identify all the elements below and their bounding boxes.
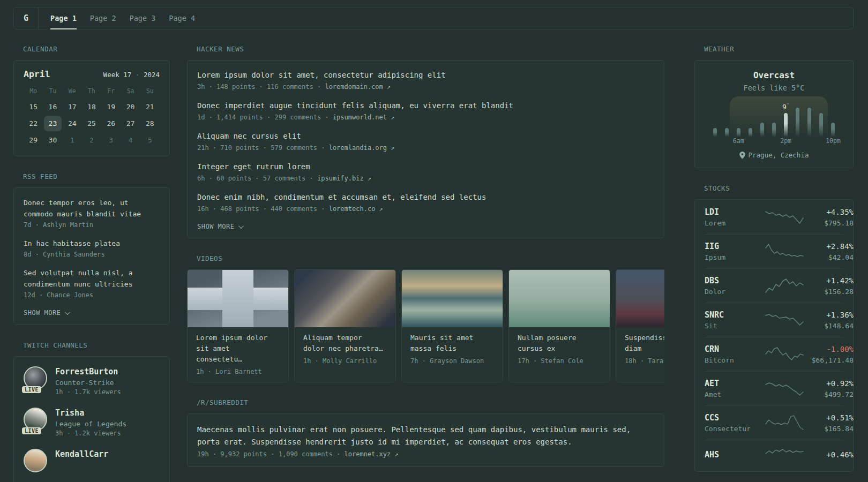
columns: CALENDAR April Week 17 · 2024 Mo Tu We T… — [13, 45, 854, 482]
twitch-channel-info: KendallCarr — [55, 449, 108, 472]
calendar-day: 18 — [83, 99, 100, 115]
hackernews-item-link[interactable]: Donec imperdiet augue tincidunt felis al… — [197, 100, 654, 111]
twitch-widget: TWITCH CHANNELS LIVE ForrestBurton Count… — [13, 341, 170, 482]
stock-row[interactable]: IIGIpsum +2.84%$42.04 — [705, 234, 843, 268]
calendar-day: 29 — [25, 132, 42, 148]
stock-values: +0.46% — [804, 449, 854, 462]
hackernews-item-link[interactable]: Integer eget rutrum lorem — [197, 161, 654, 172]
video-title: Lorem ipsum dolor sit amet consectetu… — [196, 333, 280, 365]
chevron-down-icon — [64, 310, 70, 315]
stock-ticker: CRN — [705, 344, 765, 355]
hackernews-show-more-button[interactable]: SHOW MORE — [197, 222, 242, 231]
video-meta: 1h · Molly Carrillo — [303, 357, 387, 365]
stock-price: $156.28 — [804, 288, 854, 296]
calendar-day-next-month: 3 — [102, 132, 119, 148]
weather-widget: WEATHER Overcast Feels like 5°C 9° 6am2p… — [694, 45, 854, 168]
weather-card: Overcast Feels like 5°C 9° 6am2pm10pm Pr… — [694, 60, 854, 168]
calendar-day: 19 — [102, 99, 119, 115]
rss-show-more-button[interactable]: SHOW MORE — [24, 308, 69, 318]
video-title: Mauris sit amet massa felis — [410, 333, 494, 354]
video-title: Aliquam tempor dolor nec pharetra… — [303, 333, 387, 354]
calendar-day-next-month: 1 — [64, 132, 81, 148]
video-card[interactable]: Nullam posuere cursus ex 17h · Stefan Co… — [508, 269, 610, 382]
hackernews-item-link[interactable]: Donec enim nibh, condimentum et accumsan… — [197, 191, 654, 203]
stock-change: +0.46% — [804, 449, 854, 460]
twitch-channel-name: ForrestBurton — [55, 366, 121, 377]
video-card[interactable]: Suspendisse diam 18h · Tara — [616, 269, 664, 382]
rss-item-link[interactable]: Sed volutpat nulla nisl, a condimentum n… — [24, 267, 160, 290]
hackernews-title: HACKER NEWS — [197, 45, 664, 53]
twitch-title: TWITCH CHANNELS — [23, 341, 170, 349]
tab-page-4[interactable]: Page 4 — [169, 7, 195, 29]
weather-location-text: Prague, Czechia — [749, 151, 809, 159]
video-body: Lorem ipsum dolor sit amet consectetu… 1… — [188, 327, 288, 382]
weather-peak-temperature: 9° — [782, 102, 789, 111]
video-meta: 18h · Tara — [625, 357, 664, 365]
stock-change: +0.92% — [804, 378, 854, 389]
calendar-day-selected: 23 — [44, 116, 61, 131]
twitch-channel-meta: 3h · 1.2k viewers — [55, 430, 126, 437]
calendar-day: 16 — [44, 99, 61, 115]
hackernews-item-link[interactable]: Aliquam nec cursus elit — [197, 130, 654, 142]
rss-item-link[interactable]: In hac habitasse platea — [24, 238, 160, 249]
hackernews-item-domain-link[interactable]: loremdomain.com ↗ — [325, 83, 391, 91]
stock-row[interactable]: AHS +0.46% — [705, 440, 843, 471]
twitch-channel[interactable]: LIVE Trisha League of Legends 3h · 1.2k … — [24, 408, 160, 437]
hackernews-item: Lorem ipsum dolor sit amet, consectetur … — [197, 69, 654, 92]
stock-name: Amet — [705, 390, 765, 398]
video-thumbnail — [509, 270, 610, 327]
rss-item: Donec tempor eros leo, ut commodo mauris… — [24, 197, 160, 229]
weather-location: Prague, Czechia — [704, 151, 844, 159]
stock-row[interactable]: DBSDolor +1.42%$156.28 — [705, 268, 843, 303]
stock-row[interactable]: SNRCSit +1.36%$148.64 — [705, 303, 843, 337]
video-card[interactable]: Mauris sit amet massa felis 7h · Grayson… — [401, 269, 503, 382]
stock-row[interactable]: LDILorem +4.35%$795.18 — [705, 200, 843, 234]
weather-title: WEATHER — [704, 45, 854, 53]
hackernews-item-domain-link[interactable]: loremtech.co ↗ — [329, 205, 383, 213]
stock-values: +2.84%$42.04 — [804, 241, 854, 261]
subreddit-post-link[interactable]: Maecenas mollis pulvinar erat non posuer… — [197, 424, 654, 448]
twitch-channel[interactable]: KendallCarr — [24, 449, 160, 472]
weekday-label: Su — [140, 87, 160, 95]
stock-id: DBSDolor — [705, 275, 765, 296]
live-badge: LIVE — [22, 427, 41, 434]
hackernews-item-domain-link[interactable]: loremlandia.org ↗ — [329, 144, 395, 152]
hackernews-item-meta: 16h · 468 points · 440 comments · loremt… — [197, 205, 654, 214]
subreddit-post-domain-link[interactable]: loremnet.xyz ↗ — [345, 450, 399, 458]
calendar-header: April Week 17 · 2024 — [24, 69, 160, 79]
stock-values: +0.92%$499.72 — [804, 378, 854, 398]
subreddit-widget: /R/SUBREDDIT Maecenas mollis pulvinar er… — [187, 398, 664, 467]
stock-row[interactable]: CRNBitcorn -1.00%$66,171.48 — [705, 337, 843, 371]
video-card[interactable]: Lorem ipsum dolor sit amet consectetu… 1… — [187, 269, 289, 382]
twitch-channel[interactable]: LIVE ForrestBurton Counter-Strike 1h · 1… — [24, 366, 160, 396]
video-body: Suspendisse diam 18h · Tara — [616, 327, 664, 371]
avatar: LIVE — [24, 408, 47, 431]
video-thumbnail — [295, 270, 395, 327]
weather-chart-bars — [713, 106, 835, 137]
hackernews-item: Donec imperdiet augue tincidunt felis al… — [197, 100, 654, 122]
video-meta: 1h · Lori Barnett — [196, 368, 280, 375]
stock-values: +0.51%$165.84 — [804, 412, 854, 433]
twitch-channel-game: League of Legends — [55, 420, 126, 428]
calendar-card: April Week 17 · 2024 Mo Tu We Th Fr Sa S… — [13, 60, 170, 156]
twitch-channel-name: Trisha — [55, 408, 126, 418]
stock-row[interactable]: AETAmet +0.92%$499.72 — [705, 371, 843, 405]
video-card[interactable]: Aliquam tempor dolor nec pharetra… 1h · … — [294, 269, 396, 382]
stock-sparkline — [765, 243, 804, 260]
top-nav: G Page 1 Page 2 Page 3 Page 4 — [13, 7, 854, 29]
hackernews-item-domain-link[interactable]: ipsumify.biz ↗ — [317, 175, 371, 182]
tab-page-2[interactable]: Page 2 — [90, 7, 116, 29]
tab-page-3[interactable]: Page 3 — [130, 7, 156, 29]
hackernews-item-link[interactable]: Lorem ipsum dolor sit amet, consectetur … — [197, 69, 654, 81]
stock-name: Consectetur — [705, 425, 765, 433]
stock-values: +1.42%$156.28 — [804, 275, 854, 296]
stock-row[interactable]: CCSConsectetur +0.51%$165.84 — [705, 405, 843, 440]
rss-item-link[interactable]: Donec tempor eros leo, ut commodo mauris… — [24, 197, 160, 220]
stock-name: Lorem — [705, 219, 765, 227]
stock-ticker: DBS — [705, 275, 765, 286]
hackernews-item-domain-link[interactable]: ipsumworld.net ↗ — [333, 114, 395, 121]
app-logo[interactable]: G — [14, 7, 39, 29]
tab-page-1[interactable]: Page 1 — [50, 7, 77, 29]
calendar-day-next-month: 5 — [141, 132, 159, 148]
stock-ticker: LDI — [705, 207, 765, 217]
